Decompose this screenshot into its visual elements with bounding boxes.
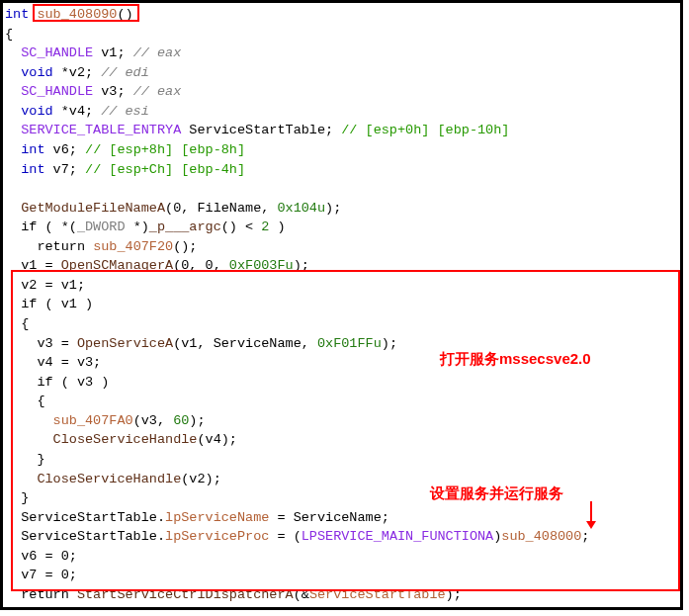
code: (& — [294, 587, 309, 602]
comment: // eax — [133, 84, 182, 99]
code: v1 = — [5, 258, 61, 273]
code: ); — [189, 413, 205, 428]
code: ); — [382, 336, 397, 351]
number: 0xF003Fu — [229, 258, 294, 273]
code: { — [5, 316, 29, 331]
comment: // [esp+8h] [ebp-8h] — [85, 142, 245, 157]
var-decl: v1; — [93, 45, 133, 60]
type: SERVICE_TABLE_ENTRYA — [21, 123, 181, 137]
code: return — [5, 587, 77, 602]
decompiled-code: int sub_408090() { SC_HANDLE v1; // eax … — [5, 5, 674, 610]
eol: ); — [325, 201, 341, 216]
code: { — [5, 394, 45, 408]
code: (v1, ServiceName, — [173, 336, 317, 351]
code: v3 = — [5, 336, 77, 351]
code — [5, 432, 53, 447]
api-call: StartServiceCtrlDispatcherA — [77, 587, 294, 602]
type: SC_HANDLE — [21, 45, 93, 60]
var-decl: v6; — [45, 142, 86, 157]
type: void — [21, 65, 52, 80]
code: (0, 0, — [173, 258, 229, 273]
type: void — [21, 104, 52, 119]
comment: // eax — [133, 45, 182, 60]
number: 0x104u — [277, 201, 325, 216]
code: (v3, — [133, 413, 174, 428]
code: if ( v3 ) — [5, 375, 109, 390]
code: ServiceStartTable. — [5, 529, 165, 544]
comment: // esi — [101, 104, 149, 119]
api-call: CloseServiceHandle — [53, 432, 198, 447]
var-decl: v7; — [45, 162, 86, 177]
function-name: sub_408090 — [37, 7, 117, 22]
api-call: CloseServiceHandle — [37, 472, 181, 486]
variable: ServiceStartTable — [309, 587, 446, 602]
code: if ( v1 ) — [5, 297, 93, 311]
code: () < — [221, 220, 262, 234]
code: v7 = 0; — [5, 568, 77, 582]
code: v2 = v1; — [5, 278, 85, 293]
code: (); — [173, 239, 197, 254]
code: *) — [126, 220, 149, 234]
comment: // [esp+Ch] [ebp-4h] — [85, 162, 245, 177]
code — [5, 413, 53, 428]
var-decl: *v4; — [53, 104, 102, 119]
code: = ( — [269, 529, 301, 544]
var-decl: ServiceStartTable; — [181, 123, 341, 137]
paren: () — [117, 7, 132, 22]
code: } — [5, 452, 45, 467]
brace-open: { — [5, 27, 13, 42]
code: (v2); — [181, 472, 221, 486]
function-call: sub_407FA0 — [53, 413, 133, 428]
type: int — [21, 142, 44, 157]
code: return — [5, 239, 93, 254]
api-call: OpenServiceA — [77, 336, 173, 351]
type: int — [21, 162, 44, 177]
code: ) — [269, 220, 285, 234]
code: } — [5, 490, 29, 505]
macro: _DWORD — [77, 220, 126, 234]
field: lpServiceName — [165, 510, 269, 525]
code: (v4); — [197, 432, 237, 447]
brace-close: } — [5, 606, 13, 610]
keyword-int: int — [5, 7, 29, 22]
args: (0, FileName, — [165, 201, 277, 216]
code: ServiceStartTable. — [5, 510, 165, 525]
function-ref: sub_408000 — [501, 529, 581, 544]
code: ; — [581, 529, 589, 544]
type: SC_HANDLE — [21, 84, 93, 99]
code: ); — [446, 587, 462, 602]
comment: // edi — [101, 65, 149, 80]
api-call: OpenSCManagerA — [61, 258, 173, 273]
code: v4 = v3; — [5, 355, 101, 370]
code: = ServiceName; — [269, 510, 389, 525]
field: lpServiceProc — [165, 529, 269, 544]
code: ); — [294, 258, 309, 273]
code: v6 = 0; — [5, 549, 77, 564]
code: if ( *( — [5, 220, 77, 234]
api-call: _p___argc — [149, 220, 221, 234]
code-viewport: 打开服务mssecsve2.0 设置服务并运行服务 int sub_408090… — [0, 0, 683, 610]
number: 0xF01FFu — [317, 336, 382, 351]
var-decl: v3; — [93, 84, 133, 99]
number: 60 — [173, 413, 189, 428]
code — [5, 472, 37, 486]
api-call: GetModuleFileNameA — [21, 201, 165, 216]
function-call: sub_407F20 — [93, 239, 173, 254]
type: LPSERVICE_MAIN_FUNCTIONA — [301, 529, 493, 544]
comment: // [esp+0h] [ebp-10h] — [341, 123, 509, 137]
var-decl: *v2; — [53, 65, 102, 80]
